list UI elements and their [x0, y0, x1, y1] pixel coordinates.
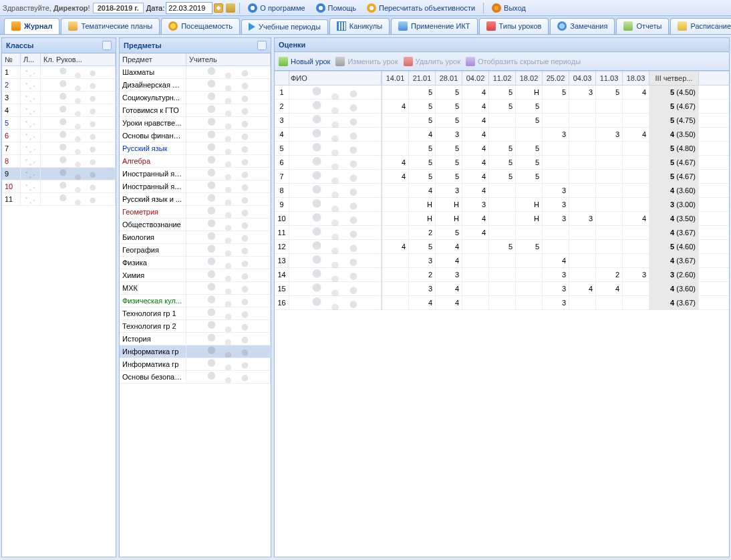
grade-cell[interactable]	[623, 184, 649, 198]
grade-row-fixed[interactable]: 2	[275, 100, 382, 114]
grade-cell[interactable]: 5	[596, 86, 623, 100]
grade-row[interactable]: 4343344 (3.50)	[382, 128, 729, 142]
grade-cell[interactable]	[382, 142, 409, 156]
tab-применение икт[interactable]: Применение ИКТ	[391, 18, 477, 34]
grade-row-fixed[interactable]: 5	[275, 142, 382, 156]
grade-cell[interactable]	[596, 142, 623, 156]
grade-row-fixed[interactable]: 14	[275, 268, 382, 282]
grade-cell[interactable]	[596, 198, 623, 212]
show-hidden-button[interactable]: Отобразить скрытые периоды	[466, 57, 581, 66]
grade-cell[interactable]: 4	[462, 114, 489, 128]
grade-row[interactable]: 554555 (4.80)	[382, 142, 729, 156]
subject-row[interactable]: Русский язык и ...	[120, 193, 271, 206]
subject-row[interactable]: Шахматы	[120, 66, 271, 79]
grade-cell[interactable]	[489, 114, 516, 128]
grade-cell[interactable]: 2	[596, 268, 623, 282]
grade-cell[interactable]: 5	[516, 156, 543, 170]
subject-row[interactable]: Технология гр 1	[120, 307, 271, 320]
grade-cell[interactable]: 4	[462, 226, 489, 240]
grade-row-fixed[interactable]: 6	[275, 156, 382, 170]
subject-row[interactable]: Технология гр 2	[120, 320, 271, 333]
grade-cell[interactable]	[596, 212, 623, 226]
grade-cell[interactable]	[462, 240, 489, 254]
class-row[interactable]: 3	[2, 92, 116, 104]
grade-cell[interactable]: 5	[516, 170, 543, 184]
grade-cell[interactable]	[623, 240, 649, 254]
grade-cell[interactable]: Н	[409, 198, 436, 212]
grade-cell[interactable]: 5	[436, 100, 462, 114]
grade-cell[interactable]	[382, 184, 409, 198]
grade-cell[interactable]	[596, 184, 623, 198]
grade-cell[interactable]	[489, 212, 516, 226]
grade-cell[interactable]: 3	[462, 198, 489, 212]
grade-cell[interactable]: 3	[543, 184, 569, 198]
refresh-icon[interactable]	[257, 41, 267, 50]
subject-row[interactable]: Готовимся к ГТО	[120, 104, 271, 117]
subject-row[interactable]: Русский язык	[120, 142, 271, 155]
grade-cell[interactable]	[623, 156, 649, 170]
grade-cell[interactable]	[596, 114, 623, 128]
grade-row-fixed[interactable]: 11	[275, 226, 382, 240]
grade-cell[interactable]	[382, 254, 409, 268]
help-link[interactable]: Помощь	[312, 2, 361, 14]
edit-lesson-button[interactable]: Изменить урок	[335, 57, 398, 66]
grade-cell[interactable]	[569, 184, 596, 198]
grade-cell[interactable]: Н	[516, 86, 543, 100]
grade-cell[interactable]: 3	[543, 198, 569, 212]
grade-cell[interactable]: 3	[543, 268, 569, 282]
subject-row[interactable]: Основы финанс...	[120, 130, 271, 142]
grade-row-fixed[interactable]: 7	[275, 170, 382, 184]
grade-cell[interactable]: 4	[462, 100, 489, 114]
tab-каникулы[interactable]: Каникулы	[329, 18, 390, 34]
date-input[interactable]	[166, 2, 212, 14]
grade-row[interactable]: 343444 (3.60)	[382, 282, 729, 296]
grade-cell[interactable]: 3	[436, 128, 462, 142]
grade-cell[interactable]: 5	[489, 100, 516, 114]
grade-cell[interactable]	[596, 156, 623, 170]
grade-row[interactable]: 4554555 (4.67)	[382, 156, 729, 170]
grade-row[interactable]: 4554555 (4.67)	[382, 170, 729, 184]
grade-cell[interactable]	[596, 240, 623, 254]
grade-cell[interactable]: 2	[409, 268, 436, 282]
date-col[interactable]: 14.01	[382, 72, 409, 85]
grade-cell[interactable]	[516, 128, 543, 142]
subject-row[interactable]: МХК	[120, 282, 271, 295]
class-row[interactable]: 9	[2, 168, 116, 180]
date-col[interactable]: 11.02	[489, 72, 516, 85]
grade-cell[interactable]: 4	[623, 212, 649, 226]
grade-cell[interactable]	[516, 184, 543, 198]
grade-cell[interactable]: 4	[543, 254, 569, 268]
grade-row-fixed[interactable]: 3	[275, 114, 382, 128]
grade-cell[interactable]	[382, 198, 409, 212]
new-lesson-button[interactable]: Новый урок	[279, 57, 330, 66]
subject-row[interactable]: История	[120, 333, 271, 345]
grade-cell[interactable]: 5	[409, 156, 436, 170]
grade-cell[interactable]	[596, 100, 623, 114]
subject-row[interactable]: Химия	[120, 269, 271, 282]
grade-cell[interactable]	[569, 268, 596, 282]
refresh-icon[interactable]	[102, 41, 112, 50]
grade-cell[interactable]: 4	[436, 254, 462, 268]
grade-cell[interactable]: 4	[382, 156, 409, 170]
subject-row[interactable]: Физика	[120, 257, 271, 269]
subject-row[interactable]: Геометрия	[120, 206, 271, 219]
col-teacher[interactable]: Учитель	[186, 53, 271, 65]
grade-cell[interactable]	[382, 86, 409, 100]
tab-учебные периоды[interactable]: Учебные периоды	[241, 19, 328, 34]
grade-row[interactable]: 233233 (2.60)	[382, 268, 729, 282]
grade-row-fixed[interactable]: 8	[275, 184, 382, 198]
calendar-icon[interactable]	[214, 3, 223, 13]
grade-cell[interactable]: 5	[516, 100, 543, 114]
grade-cell[interactable]: 3	[543, 282, 569, 296]
grade-cell[interactable]	[623, 100, 649, 114]
class-row[interactable]: 7	[2, 142, 116, 155]
date-col[interactable]: 25.02	[543, 72, 569, 85]
grade-row[interactable]: 43434 (3.60)	[382, 184, 729, 198]
subject-row[interactable]: Иностранный яз...	[120, 180, 271, 193]
grade-cell[interactable]: 3	[569, 212, 596, 226]
grade-cell[interactable]: 4	[462, 86, 489, 100]
grade-cell[interactable]: 4	[382, 100, 409, 114]
subject-row[interactable]: Алгебра	[120, 155, 271, 168]
grade-cell[interactable]: 5	[489, 86, 516, 100]
summary-col[interactable]: III четвер...	[649, 72, 699, 85]
